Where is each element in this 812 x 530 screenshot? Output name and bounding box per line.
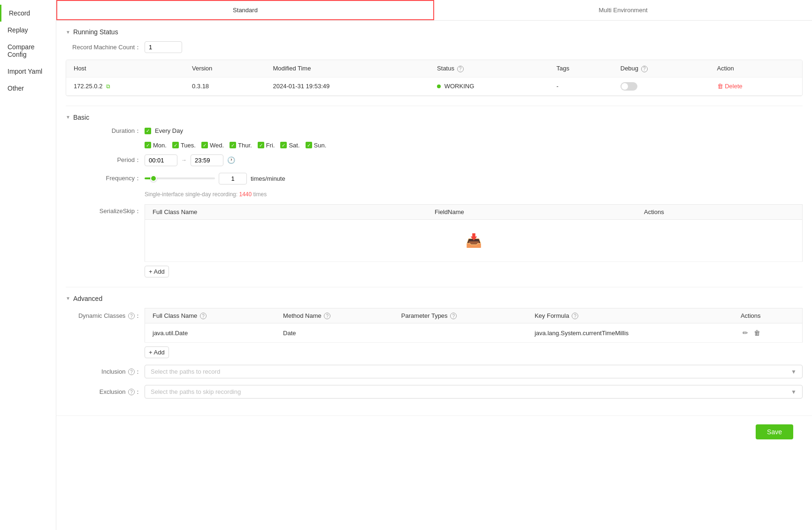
dc-col-params: Parameter Types ? <box>394 308 527 323</box>
running-status-header[interactable]: ▼ Running Status <box>66 28 803 36</box>
running-status-section: ▼ Running Status Record Machine Count： H… <box>66 28 803 96</box>
col-debug: Debug ? <box>613 60 710 77</box>
dc-header-row: Full Class Name ? Method Name ? Paramete… <box>145 308 803 323</box>
day-fri: ✓ Fri. <box>258 142 275 149</box>
sidebar-item-replay[interactable]: Replay <box>0 22 56 38</box>
inclusion-chevron-icon: ▼ <box>791 369 797 375</box>
save-button[interactable]: Save <box>756 424 793 439</box>
chevron-icon: ▼ <box>66 30 70 35</box>
frequency-label: Frequency： <box>66 174 141 183</box>
col-modified-time: Modified Time <box>266 60 430 77</box>
dc-formula-help-icon[interactable]: ? <box>572 313 578 319</box>
dc-method-help-icon[interactable]: ? <box>324 313 330 319</box>
hint-text: Single-interface single-day recording: 1… <box>145 191 803 198</box>
sun-checkbox[interactable]: ✓ <box>306 142 312 148</box>
frequency-slider[interactable] <box>145 177 215 179</box>
duration-value: ✓ Every Day <box>145 127 183 134</box>
period-end-input[interactable] <box>191 154 223 166</box>
machine-count-row: Record Machine Count： <box>66 41 803 53</box>
sidebar: Record Replay Compare Config Import Yaml… <box>0 0 56 530</box>
tab-multi-environment[interactable]: Multi Environment <box>434 0 812 20</box>
sidebar-item-compare-config[interactable]: Compare Config <box>0 38 56 63</box>
frequency-input[interactable] <box>219 173 247 184</box>
table-header-row: Host Version Modified Time Status ? Tags… <box>66 60 802 77</box>
clock-icon: 🕐 <box>227 156 235 164</box>
debug-help-icon[interactable]: ? <box>641 66 648 72</box>
status-dot <box>437 84 441 88</box>
period-arrow: → <box>181 157 187 163</box>
col-tags: Tags <box>549 60 613 77</box>
dc-delete-button[interactable]: 🗑 <box>752 328 762 338</box>
dc-col-formula: Key Formula ? <box>527 308 733 323</box>
days-checkboxes: ✓ Mon. ✓ Tues. ✓ Wed. ✓ Thur. <box>145 142 803 149</box>
tab-standard[interactable]: Standard <box>56 0 434 20</box>
day-sun: ✓ Sun. <box>306 142 327 149</box>
serialize-col-class: Full Class Name <box>145 204 427 219</box>
exclusion-help-icon[interactable]: ? <box>128 389 135 395</box>
cell-tags: - <box>549 77 613 95</box>
cell-version: 0.3.18 <box>184 77 266 95</box>
sidebar-item-other[interactable]: Other <box>0 80 56 97</box>
exclusion-row: Exclusion ?： Select the paths to skip re… <box>66 385 803 399</box>
cell-debug <box>613 77 710 95</box>
wed-checkbox[interactable]: ✓ <box>201 142 208 148</box>
advanced-chevron-icon: ▼ <box>66 296 70 301</box>
basic-header[interactable]: ▼ Basic <box>66 114 803 121</box>
day-thur: ✓ Thur. <box>230 142 252 149</box>
day-mon: ✓ Mon. <box>145 142 167 149</box>
period-start-input[interactable] <box>145 154 177 166</box>
serialize-table-container: Full Class Name FieldName Actions 📥 <box>145 204 803 277</box>
exclusion-chevron-icon: ▼ <box>791 389 797 395</box>
copy-icon[interactable]: ⧉ <box>106 83 110 90</box>
duration-label: Duration： <box>66 127 141 135</box>
dynamic-classes-help-icon[interactable]: ? <box>128 313 135 319</box>
main-content: Standard Multi Environment ▼ Running Sta… <box>56 0 812 530</box>
sidebar-item-record[interactable]: Record <box>0 5 56 22</box>
serialize-header-row: Full Class Name FieldName Actions <box>145 204 803 219</box>
serialize-empty: 📥 <box>153 223 795 258</box>
dc-edit-button[interactable]: ✏ <box>741 328 750 338</box>
exclusion-select[interactable]: Select the paths to skip recording ▼ <box>145 385 803 399</box>
dc-params-help-icon[interactable]: ? <box>450 313 457 319</box>
dc-class-help-icon[interactable]: ? <box>200 313 207 319</box>
serialize-add-button[interactable]: + Add <box>145 266 169 277</box>
footer: Save <box>56 415 812 425</box>
sidebar-item-import-yaml[interactable]: Import Yaml <box>0 63 56 80</box>
fri-checkbox[interactable]: ✓ <box>258 142 264 148</box>
inclusion-select[interactable]: Select the paths to record ▼ <box>145 365 803 378</box>
dc-table-row: java.util.Date Date java.lang.System.cur… <box>145 323 803 343</box>
col-status: Status ? <box>429 60 549 77</box>
period-inputs: → 🕐 <box>145 154 235 166</box>
advanced-title: Advanced <box>73 295 102 302</box>
machine-count-input[interactable] <box>145 41 182 53</box>
running-status-table-wrapper: Host Version Modified Time Status ? Tags… <box>66 60 803 96</box>
inclusion-help-icon[interactable]: ? <box>128 369 135 375</box>
toggle-knob <box>621 83 628 90</box>
basic-section: ▼ Basic Duration： ✓ Every Day ✓ Mon. <box>66 114 803 277</box>
debug-toggle[interactable] <box>620 82 637 91</box>
status-help-icon[interactable]: ? <box>457 66 464 72</box>
dc-cell-method: Date <box>276 323 394 343</box>
delete-button[interactable]: 🗑 Delete <box>717 83 743 90</box>
tues-checkbox[interactable]: ✓ <box>172 142 179 148</box>
sat-checkbox[interactable]: ✓ <box>280 142 287 148</box>
serialize-skip-row: SerializeSkip： Full Class Name FieldName… <box>66 204 803 277</box>
exclusion-placeholder: Select the paths to skip recording <box>151 388 241 395</box>
content-area: ▼ Running Status Record Machine Count： H… <box>56 21 812 415</box>
divider-1 <box>66 106 803 106</box>
cell-status: WORKING <box>429 77 549 95</box>
day-sat: ✓ Sat. <box>280 142 299 149</box>
dc-add-button[interactable]: + Add <box>145 346 169 358</box>
every-day-checkbox[interactable]: ✓ <box>145 128 151 134</box>
advanced-section: ▼ Advanced Dynamic Classes ?： <box>66 295 803 399</box>
thur-checkbox[interactable]: ✓ <box>230 142 236 148</box>
basic-title: Basic <box>73 114 89 121</box>
inclusion-label: Inclusion ?： <box>66 368 141 376</box>
exclusion-label: Exclusion ?： <box>66 388 141 396</box>
hint-count: 1440 <box>239 191 252 198</box>
mon-checkbox[interactable]: ✓ <box>145 142 151 148</box>
frequency-row: Frequency： times/minute <box>66 173 803 184</box>
advanced-header[interactable]: ▼ Advanced <box>66 295 803 302</box>
dc-col-actions: Actions <box>733 308 803 323</box>
day-tues: ✓ Tues. <box>172 142 196 149</box>
